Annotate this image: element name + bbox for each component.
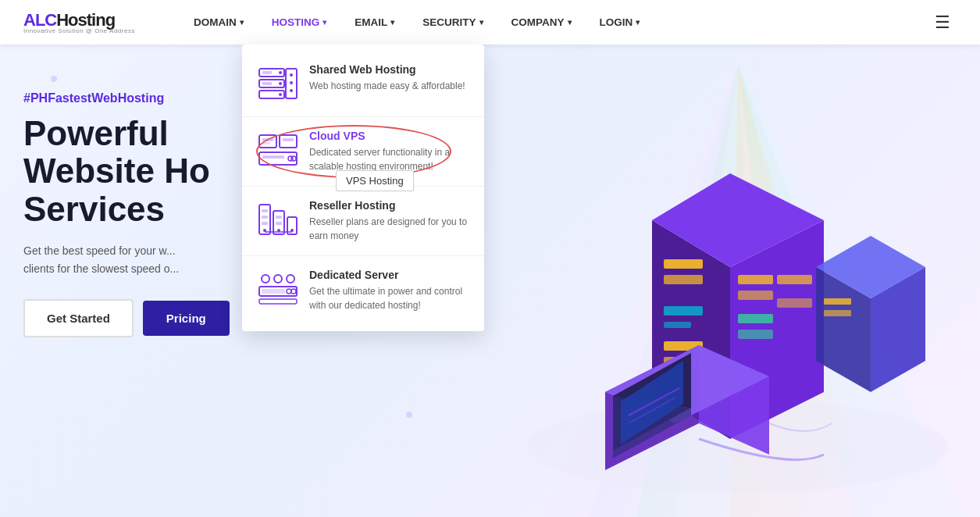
vps-title: Cloud VPS <box>309 130 469 142</box>
svg-point-74 <box>287 289 291 294</box>
svg-rect-36 <box>262 71 272 74</box>
reseller-desc: Reseller plans are designed for you to e… <box>309 215 469 243</box>
svg-point-69 <box>262 275 269 283</box>
nav-email[interactable]: EMAIL ▾ <box>340 0 408 45</box>
svg-rect-16 <box>738 275 773 284</box>
svg-rect-58 <box>262 216 268 219</box>
svg-rect-26 <box>824 310 851 316</box>
nav-company[interactable]: COMPANY ▾ <box>497 0 586 45</box>
nav-items: DOMAIN ▾ HOSTING ▾ EMAIL ▾ SECURITY ▾ CO… <box>180 0 928 45</box>
svg-rect-76 <box>259 299 297 304</box>
svg-point-45 <box>290 81 293 84</box>
divider <box>242 255 484 256</box>
svg-rect-53 <box>262 155 284 159</box>
svg-point-37 <box>279 71 282 74</box>
svg-point-55 <box>291 156 296 161</box>
svg-rect-62 <box>276 216 282 219</box>
svg-point-44 <box>290 73 293 77</box>
svg-rect-63 <box>276 222 282 225</box>
hero-content: #PHFastestWebHosting Powerful Website Ho… <box>23 91 230 337</box>
divider <box>242 116 484 117</box>
dropdown-item-reseller[interactable]: Reseller Hosting Reseller plans are desi… <box>242 188 484 254</box>
svg-rect-59 <box>262 222 268 225</box>
reseller-icon <box>258 199 298 240</box>
logo-subtitle: Innovative Solution @ One Address <box>23 27 135 34</box>
svg-rect-13 <box>664 322 691 328</box>
svg-point-70 <box>274 275 282 283</box>
hamburger-menu[interactable]: ☰ <box>928 6 957 39</box>
chevron-down-icon: ▾ <box>323 18 326 27</box>
svg-point-75 <box>291 289 296 294</box>
svg-rect-10 <box>664 259 703 269</box>
svg-rect-18 <box>738 314 773 323</box>
dedicated-icon <box>258 269 298 309</box>
svg-point-71 <box>287 275 294 283</box>
hero-title: Powerful Website Ho Services <box>23 115 230 228</box>
shared-hosting-icon <box>258 63 298 104</box>
svg-rect-20 <box>777 275 812 284</box>
svg-rect-25 <box>824 298 851 305</box>
chevron-down-icon: ▾ <box>240 18 244 27</box>
nav-hosting[interactable]: HOSTING ▾ <box>258 0 341 45</box>
dropdown-item-shared[interactable]: Shared Web Hosting Web hosting made easy… <box>242 52 484 115</box>
svg-rect-49 <box>262 142 270 144</box>
hero-section: #PHFastestWebHosting Powerful Website Ho… <box>0 45 980 517</box>
chevron-down-icon: ▾ <box>390 18 394 27</box>
svg-rect-11 <box>664 275 703 284</box>
svg-rect-57 <box>262 209 268 212</box>
get-started-button[interactable]: Get Started <box>23 299 134 337</box>
svg-rect-73 <box>262 289 285 294</box>
chevron-down-icon: ▾ <box>568 18 572 27</box>
chevron-down-icon: ▾ <box>479 18 483 27</box>
nav-domain[interactable]: DOMAIN ▾ <box>180 0 258 45</box>
svg-rect-17 <box>738 291 773 300</box>
dedicated-title: Dedicated Server <box>309 269 469 281</box>
svg-rect-48 <box>262 138 273 141</box>
navbar: ALCHosting Innovative Solution @ One Add… <box>0 0 980 45</box>
shared-hosting-desc: Web hosting made easy & affordable! <box>309 79 469 93</box>
reseller-title: Reseller Hosting <box>309 199 469 212</box>
vps-tooltip: VPS Hosting <box>336 170 414 191</box>
pricing-button[interactable]: Pricing <box>143 301 230 336</box>
nav-security[interactable]: SECURITY ▾ <box>408 0 497 45</box>
hero-description: Get the best speed for your w... clients… <box>23 242 230 277</box>
hero-tag: #PHFastestWebHosting <box>23 91 230 105</box>
svg-rect-19 <box>738 330 773 339</box>
logo[interactable]: ALCHosting Innovative Solution @ One Add… <box>23 10 148 34</box>
chevron-down-icon: ▾ <box>636 18 640 27</box>
svg-rect-21 <box>777 298 812 308</box>
vps-desc: Dedicated server functionality in a scal… <box>309 145 469 173</box>
nav-login[interactable]: LOGIN ▾ <box>586 0 654 45</box>
vps-icon <box>258 130 298 170</box>
svg-rect-39 <box>262 82 272 85</box>
svg-rect-12 <box>664 306 703 316</box>
decoration-dot <box>406 412 412 418</box>
shared-hosting-title: Shared Web Hosting <box>309 63 469 76</box>
svg-rect-51 <box>283 138 294 141</box>
hero-buttons: Get Started Pricing <box>23 299 230 337</box>
svg-point-46 <box>290 89 293 92</box>
svg-point-40 <box>279 82 282 85</box>
decoration-dot <box>51 76 57 82</box>
svg-point-42 <box>279 93 282 96</box>
nav-right: ☰ <box>928 6 957 39</box>
hero-graphic <box>480 64 980 517</box>
dedicated-desc: Get the ultimate in power and control wi… <box>309 284 469 312</box>
dropdown-item-dedicated[interactable]: Dedicated Server Get the ultimate in pow… <box>242 258 484 323</box>
